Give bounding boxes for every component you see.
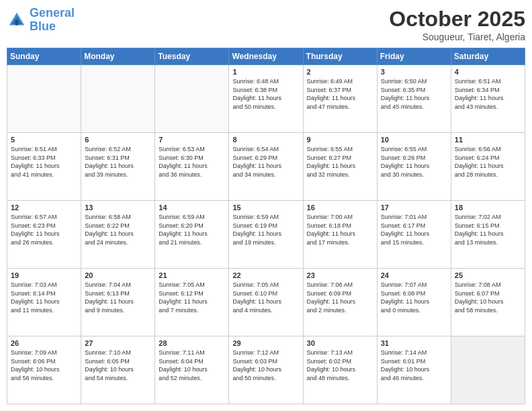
day-number: 5 xyxy=(11,136,77,144)
header-friday: Friday xyxy=(377,48,451,65)
table-row: 22Sunrise: 7:05 AM Sunset: 6:10 PM Dayli… xyxy=(229,269,303,336)
day-number: 23 xyxy=(307,271,373,279)
header-monday: Monday xyxy=(81,48,155,65)
table-row: 12Sunrise: 6:57 AM Sunset: 6:23 PM Dayli… xyxy=(7,201,81,269)
calendar-week-row: 5Sunrise: 6:51 AM Sunset: 6:33 PM Daylig… xyxy=(7,133,525,201)
day-number: 29 xyxy=(232,339,299,347)
day-info: Sunrise: 6:51 AM Sunset: 6:33 PM Dayligh… xyxy=(11,145,77,179)
day-info: Sunrise: 6:55 AM Sunset: 6:26 PM Dayligh… xyxy=(381,145,447,179)
day-info: Sunrise: 7:09 AM Sunset: 6:06 PM Dayligh… xyxy=(11,349,77,382)
day-info: Sunrise: 7:02 AM Sunset: 6:15 PM Dayligh… xyxy=(455,213,521,246)
day-number: 13 xyxy=(85,203,151,212)
logo-text: General Blue xyxy=(30,7,75,34)
day-number: 6 xyxy=(85,136,151,144)
header-saturday: Saturday xyxy=(451,48,525,65)
day-info: Sunrise: 6:55 AM Sunset: 6:27 PM Dayligh… xyxy=(307,145,373,179)
table-row: 7Sunrise: 6:53 AM Sunset: 6:30 PM Daylig… xyxy=(155,133,229,201)
table-row: 30Sunrise: 7:13 AM Sunset: 6:02 PM Dayli… xyxy=(303,336,377,404)
table-row: 4Sunrise: 6:51 AM Sunset: 6:34 PM Daylig… xyxy=(451,65,525,133)
day-number: 31 xyxy=(381,339,447,347)
day-number: 20 xyxy=(85,271,151,279)
day-number: 8 xyxy=(232,136,299,144)
day-info: Sunrise: 6:59 AM Sunset: 6:20 PM Dayligh… xyxy=(159,213,225,246)
table-row: 2Sunrise: 6:49 AM Sunset: 6:37 PM Daylig… xyxy=(303,65,377,133)
svg-rect-2 xyxy=(15,20,19,26)
table-row: 11Sunrise: 6:56 AM Sunset: 6:24 PM Dayli… xyxy=(451,133,525,201)
calendar-week-row: 19Sunrise: 7:03 AM Sunset: 6:14 PM Dayli… xyxy=(7,269,525,336)
day-number: 19 xyxy=(11,271,77,279)
day-number: 25 xyxy=(455,271,521,279)
table-row: 20Sunrise: 7:04 AM Sunset: 6:13 PM Dayli… xyxy=(81,269,155,336)
day-info: Sunrise: 7:05 AM Sunset: 6:10 PM Dayligh… xyxy=(232,281,299,314)
logo: General Blue xyxy=(7,7,75,34)
table-row: 13Sunrise: 6:58 AM Sunset: 6:22 PM Dayli… xyxy=(81,201,155,269)
day-number: 1 xyxy=(232,68,299,76)
day-info: Sunrise: 6:48 AM Sunset: 6:38 PM Dayligh… xyxy=(232,77,299,111)
day-number: 9 xyxy=(307,136,373,144)
table-row: 1Sunrise: 6:48 AM Sunset: 6:38 PM Daylig… xyxy=(229,65,303,133)
day-number: 10 xyxy=(381,136,447,144)
weekday-header-row: Sunday Monday Tuesday Wednesday Thursday… xyxy=(7,48,525,65)
table-row: 18Sunrise: 7:02 AM Sunset: 6:15 PM Dayli… xyxy=(451,201,525,269)
table-row xyxy=(451,336,525,404)
table-row: 25Sunrise: 7:08 AM Sunset: 6:07 PM Dayli… xyxy=(451,269,525,336)
day-number: 12 xyxy=(11,203,77,212)
logo-general: General xyxy=(30,6,75,19)
page: General Blue October 2025 Sougueur, Tiar… xyxy=(0,0,532,411)
day-info: Sunrise: 7:04 AM Sunset: 6:13 PM Dayligh… xyxy=(85,281,151,314)
day-number: 14 xyxy=(159,203,225,212)
logo-icon xyxy=(7,10,27,30)
table-row: 5Sunrise: 6:51 AM Sunset: 6:33 PM Daylig… xyxy=(7,133,81,201)
table-row: 23Sunrise: 7:06 AM Sunset: 6:09 PM Dayli… xyxy=(303,269,377,336)
calendar-week-row: 12Sunrise: 6:57 AM Sunset: 6:23 PM Dayli… xyxy=(7,201,525,269)
table-row: 16Sunrise: 7:00 AM Sunset: 6:18 PM Dayli… xyxy=(303,201,377,269)
day-info: Sunrise: 7:10 AM Sunset: 6:05 PM Dayligh… xyxy=(85,349,151,382)
day-info: Sunrise: 7:12 AM Sunset: 6:03 PM Dayligh… xyxy=(232,349,299,382)
table-row: 8Sunrise: 6:54 AM Sunset: 6:29 PM Daylig… xyxy=(229,133,303,201)
calendar-week-row: 26Sunrise: 7:09 AM Sunset: 6:06 PM Dayli… xyxy=(7,336,525,404)
table-row: 10Sunrise: 6:55 AM Sunset: 6:26 PM Dayli… xyxy=(377,133,451,201)
table-row: 14Sunrise: 6:59 AM Sunset: 6:20 PM Dayli… xyxy=(155,201,229,269)
title-block: October 2025 Sougueur, Tiaret, Algeria xyxy=(389,7,525,42)
header-tuesday: Tuesday xyxy=(155,48,229,65)
day-number: 7 xyxy=(159,136,225,144)
table-row: 31Sunrise: 7:14 AM Sunset: 6:01 PM Dayli… xyxy=(377,336,451,404)
logo-blue: Blue xyxy=(30,19,56,33)
table-row: 27Sunrise: 7:10 AM Sunset: 6:05 PM Dayli… xyxy=(81,336,155,404)
day-info: Sunrise: 7:14 AM Sunset: 6:01 PM Dayligh… xyxy=(381,349,447,382)
table-row: 9Sunrise: 6:55 AM Sunset: 6:27 PM Daylig… xyxy=(303,133,377,201)
day-info: Sunrise: 7:06 AM Sunset: 6:09 PM Dayligh… xyxy=(307,281,373,314)
day-info: Sunrise: 6:57 AM Sunset: 6:23 PM Dayligh… xyxy=(11,213,77,246)
table-row xyxy=(7,65,81,133)
table-row: 6Sunrise: 6:52 AM Sunset: 6:31 PM Daylig… xyxy=(81,133,155,201)
calendar-subtitle: Sougueur, Tiaret, Algeria xyxy=(389,32,525,42)
header-sunday: Sunday xyxy=(7,48,81,65)
table-row: 28Sunrise: 7:11 AM Sunset: 6:04 PM Dayli… xyxy=(155,336,229,404)
table-row: 26Sunrise: 7:09 AM Sunset: 6:06 PM Dayli… xyxy=(7,336,81,404)
day-info: Sunrise: 6:54 AM Sunset: 6:29 PM Dayligh… xyxy=(232,145,299,179)
table-row: 15Sunrise: 6:59 AM Sunset: 6:19 PM Dayli… xyxy=(229,201,303,269)
day-info: Sunrise: 6:58 AM Sunset: 6:22 PM Dayligh… xyxy=(85,213,151,246)
day-number: 22 xyxy=(232,271,299,279)
calendar-title: October 2025 xyxy=(389,7,525,32)
day-info: Sunrise: 6:53 AM Sunset: 6:30 PM Dayligh… xyxy=(159,145,225,179)
header: General Blue October 2025 Sougueur, Tiar… xyxy=(7,7,525,42)
day-info: Sunrise: 6:56 AM Sunset: 6:24 PM Dayligh… xyxy=(455,145,521,179)
day-number: 21 xyxy=(159,271,225,279)
table-row: 17Sunrise: 7:01 AM Sunset: 6:17 PM Dayli… xyxy=(377,201,451,269)
table-row xyxy=(155,65,229,133)
day-info: Sunrise: 7:01 AM Sunset: 6:17 PM Dayligh… xyxy=(381,213,447,246)
day-info: Sunrise: 7:08 AM Sunset: 6:07 PM Dayligh… xyxy=(455,281,521,314)
day-info: Sunrise: 7:07 AM Sunset: 6:08 PM Dayligh… xyxy=(381,281,447,314)
day-info: Sunrise: 6:50 AM Sunset: 6:35 PM Dayligh… xyxy=(381,77,447,111)
day-info: Sunrise: 6:59 AM Sunset: 6:19 PM Dayligh… xyxy=(232,213,299,246)
table-row: 24Sunrise: 7:07 AM Sunset: 6:08 PM Dayli… xyxy=(377,269,451,336)
day-number: 16 xyxy=(307,203,373,212)
day-number: 18 xyxy=(455,203,521,212)
header-wednesday: Wednesday xyxy=(229,48,303,65)
table-row xyxy=(81,65,155,133)
day-info: Sunrise: 7:11 AM Sunset: 6:04 PM Dayligh… xyxy=(159,349,225,382)
day-info: Sunrise: 7:00 AM Sunset: 6:18 PM Dayligh… xyxy=(307,213,373,246)
day-info: Sunrise: 6:49 AM Sunset: 6:37 PM Dayligh… xyxy=(307,77,373,111)
day-number: 30 xyxy=(307,339,373,347)
